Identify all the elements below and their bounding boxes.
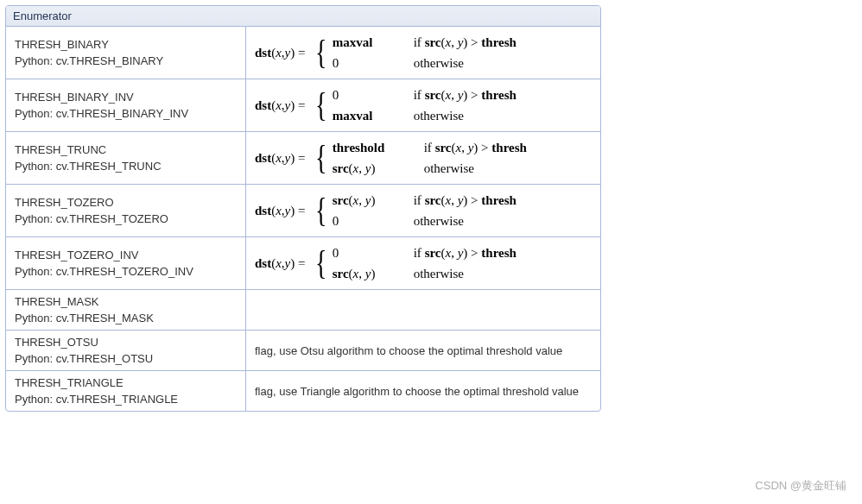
python-name: Python: cv.THRESH_OTSU [15,352,237,365]
python-name: Python: cv.THRESH_MASK [15,312,237,324]
python-name: Python: cv.THRESH_TRIANGLE [15,393,237,406]
enum-desc-cell: dst(x, y) = {src(x, y)if src(x, y) > thr… [246,185,600,237]
formula-lhs: dst(x, y) = [255,256,306,271]
table-row: THRESH_TOZEROPython: cv.THRESH_TOZEROdst… [6,185,600,237]
enum-name: THRESH_OTSU [15,336,237,349]
formula-lhs: dst(x, y) = [255,46,306,60]
enum-desc-cell [246,290,600,331]
python-name: Python: cv.THRESH_TOZERO [15,212,237,225]
formula-lhs: dst(x, y) = [255,204,306,218]
enum-name-cell: THRESH_MASKPython: cv.THRESH_MASK [6,290,246,331]
formula-cases: 0if src(x, y) > threshsrc(x, y)otherwise [333,243,517,284]
python-name: Python: cv.THRESH_BINARY_INV [15,107,237,120]
watermark: CSDN @黄金旺铺 [755,478,846,494]
formula: dst(x, y) = {0if src(x, y) > threshsrc(x… [255,243,592,284]
brace-icon: { [314,88,326,123]
formula-cases: src(x, y)if src(x, y) > thresh0otherwise [333,190,517,231]
enum-name-cell: THRESH_BINARYPython: cv.THRESH_BINARY [6,27,246,79]
python-name: Python: cv.THRESH_TRUNC [15,160,237,173]
enum-name-cell: THRESH_BINARY_INVPython: cv.THRESH_BINAR… [6,79,246,132]
brace-icon: { [314,141,326,175]
table-row: THRESH_BINARY_INVPython: cv.THRESH_BINAR… [6,79,600,132]
enum-name: THRESH_MASK [15,295,237,308]
enum-name: THRESH_BINARY [15,38,237,51]
enum-desc-cell: dst(x, y) = {thresholdif src(x, y) > thr… [246,132,600,185]
enum-desc-cell: dst(x, y) = {0if src(x, y) > threshmaxva… [246,79,600,132]
enum-name: THRESH_TRUNC [15,143,237,156]
formula-cases: 0if src(x, y) > threshmaxvalotherwise [333,85,517,126]
enum-desc: flag, use Triangle algorithm to choose t… [255,385,579,398]
enum-name: THRESH_TOZERO [15,196,237,209]
table-row: THRESH_BINARYPython: cv.THRESH_BINARYdst… [6,27,600,79]
formula: dst(x, y) = {0if src(x, y) > threshmaxva… [255,85,592,126]
brace-icon: { [314,246,326,280]
table-body: THRESH_BINARYPython: cv.THRESH_BINARYdst… [6,27,600,411]
enum-desc-cell: dst(x, y) = {maxvalif src(x, y) > thresh… [246,27,600,79]
enum-name-cell: THRESH_TRIANGLEPython: cv.THRESH_TRIANGL… [6,371,246,411]
enum-name: THRESH_TRIANGLE [15,376,237,389]
enum-name: THRESH_BINARY_INV [15,91,237,104]
table-header: Enumerator [6,6,600,27]
enumerator-table: Enumerator THRESH_BINARYPython: cv.THRES… [5,5,601,412]
enum-desc-cell: flag, use Otsu algorithm to choose the o… [246,331,600,371]
formula-lhs: dst(x, y) = [255,151,306,166]
table-row: THRESH_MASKPython: cv.THRESH_MASK [6,290,600,331]
table-row: THRESH_TOZERO_INVPython: cv.THRESH_TOZER… [6,237,600,290]
brace-icon: { [314,193,326,228]
table-row: THRESH_TRIANGLEPython: cv.THRESH_TRIANGL… [6,371,600,411]
formula-cases: maxvalif src(x, y) > thresh0otherwise [333,32,517,73]
enum-desc-cell: dst(x, y) = {0if src(x, y) > threshsrc(x… [246,237,600,290]
brace-icon: { [314,35,326,70]
enum-desc-cell: flag, use Triangle algorithm to choose t… [246,371,600,411]
formula-lhs: dst(x, y) = [255,98,306,113]
formula: dst(x, y) = {src(x, y)if src(x, y) > thr… [255,190,592,231]
enum-name-cell: THRESH_TOZEROPython: cv.THRESH_TOZERO [6,185,246,237]
enum-name-cell: THRESH_TRUNCPython: cv.THRESH_TRUNC [6,132,246,185]
enum-name-cell: THRESH_TOZERO_INVPython: cv.THRESH_TOZER… [6,237,246,290]
table-row: THRESH_OTSUPython: cv.THRESH_OTSUflag, u… [6,331,600,371]
formula-cases: thresholdif src(x, y) > threshsrc(x, y)o… [333,137,527,179]
formula: dst(x, y) = {thresholdif src(x, y) > thr… [255,137,592,179]
python-name: Python: cv.THRESH_BINARY [15,54,237,67]
python-name: Python: cv.THRESH_TOZERO_INV [15,265,237,278]
formula: dst(x, y) = {maxvalif src(x, y) > thresh… [255,32,592,73]
enum-name: THRESH_TOZERO_INV [15,249,237,261]
table-row: THRESH_TRUNCPython: cv.THRESH_TRUNCdst(x… [6,132,600,185]
enum-desc: flag, use Otsu algorithm to choose the o… [255,344,562,357]
enum-name-cell: THRESH_OTSUPython: cv.THRESH_OTSU [6,331,246,371]
